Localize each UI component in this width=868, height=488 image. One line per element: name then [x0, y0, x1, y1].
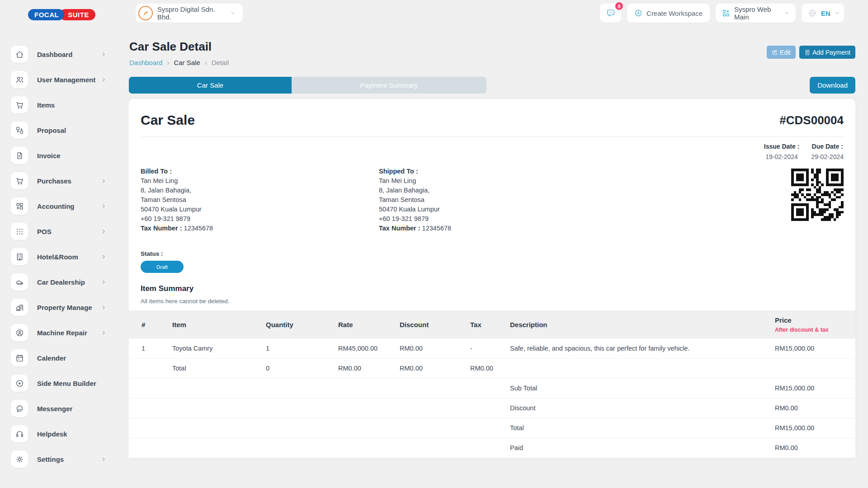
sidebar: FOCAL SUITE Dashboard User Management It… — [0, 0, 129, 488]
workspace-name: Syspro Digital Sdn. Bhd. — [157, 5, 226, 21]
app-grid-icon — [722, 9, 730, 17]
support-icon — [11, 324, 28, 341]
cell-price: RM15,000.00 — [775, 338, 855, 358]
due-date-label: Due Date : — [811, 143, 844, 150]
sidebar-item-settings[interactable]: Settings — [0, 446, 129, 472]
cell-tax: - — [470, 338, 510, 358]
total-tax: RM0.00 — [470, 358, 510, 378]
cart-icon — [11, 172, 28, 189]
sidebar-menu: Dashboard User Management Items Proposal… — [0, 42, 129, 472]
sidebar-item-pos[interactable]: POS — [0, 219, 129, 244]
summary-row: Sub Total RM15,000.00 — [129, 378, 855, 398]
pos-grid-icon — [11, 223, 28, 240]
summary-value: RM0.00 — [775, 438, 855, 458]
logo-focal: FOCAL — [28, 9, 64, 20]
breadcrumb-current: Detail — [212, 59, 229, 66]
breadcrumb-car-sale[interactable]: Car Sale — [174, 59, 200, 66]
col-quantity: Quantity — [266, 310, 338, 338]
shipped-to-label: Shipped To : — [379, 167, 617, 176]
sidebar-item-helpdesk[interactable]: Helpdesk — [0, 421, 129, 446]
breadcrumb: Dashboard › Car Sale › Detail — [129, 59, 229, 66]
create-workspace-button[interactable]: Create Workspace — [627, 4, 710, 23]
col-tax: Tax — [470, 310, 510, 338]
sidebar-item-property-manage[interactable]: Property Manage — [0, 295, 129, 320]
syspro-swoosh-icon — [138, 6, 153, 20]
summary-value: RM15,000.00 — [775, 418, 855, 438]
sidebar-item-car-dealership[interactable]: Car Dealership — [0, 269, 129, 295]
sidebar-item-label: Side Menu Builder — [37, 380, 129, 387]
chevron-right-icon — [101, 330, 106, 335]
sidebar-item-label: POS — [37, 228, 101, 235]
cell-rate: RM45,000.00 — [338, 338, 400, 358]
status-label: Status : — [141, 250, 844, 257]
col-price: Price After discount & tax — [775, 310, 855, 338]
col-item: Item — [172, 310, 266, 338]
sidebar-item-hotel-room[interactable]: Hotel&Room — [0, 244, 129, 269]
sidebar-item-messenger[interactable]: Messenger — [0, 396, 129, 421]
edit-button[interactable]: Edit — [767, 46, 796, 59]
tab-car-sale[interactable]: Car Sale — [129, 77, 292, 94]
detail-tabs: Car Sale Payment Summary — [129, 77, 486, 94]
chevron-right-icon — [101, 178, 106, 183]
sidebar-item-user-management[interactable]: User Management — [0, 67, 129, 92]
sidebar-item-calender[interactable]: Calender — [0, 345, 129, 371]
table-header-row: # Item Quantity Rate Discount Tax Descri… — [129, 310, 855, 338]
sidebar-item-label: Machine Repair — [37, 329, 101, 337]
workspace-selector[interactable]: Syspro Digital Sdn. Bhd. — [136, 4, 243, 23]
sidebar-item-machine-repair[interactable]: Machine Repair — [0, 320, 129, 345]
workspace-switcher-label: Syspro Web Main — [734, 5, 780, 21]
col-description: Description — [510, 310, 775, 338]
cart-icon — [11, 96, 28, 113]
page-title: Car Sale Detail — [129, 40, 229, 54]
chevron-right-icon — [101, 254, 106, 259]
sidebar-item-accounting[interactable]: Accounting — [0, 193, 129, 219]
sidebar-item-label: Helpdesk — [37, 430, 129, 438]
status-badge: Draft — [141, 261, 184, 273]
sidebar-item-label: Property Manage — [37, 304, 101, 311]
item-summary-title: Item Summary — [141, 284, 844, 293]
sidebar-item-label: Accounting — [37, 202, 101, 210]
breadcrumb-dashboard[interactable]: Dashboard — [129, 59, 162, 66]
edit-pencil-icon — [772, 49, 778, 56]
summary-label: Due — [510, 458, 775, 458]
sidebar-item-proposal[interactable]: Proposal — [0, 117, 129, 143]
summary-label: Discount — [510, 398, 775, 418]
table-total-row: Total 0 RM0.00 RM0.00 RM0.00 — [129, 358, 855, 378]
chevron-right-icon — [101, 280, 106, 285]
shipped-to-name: Tan Mei Ling — [379, 176, 617, 186]
sidebar-item-label: Settings — [37, 455, 101, 463]
total-discount: RM0.00 — [400, 358, 470, 378]
sidebar-item-dashboard[interactable]: Dashboard — [0, 42, 129, 67]
add-payment-button[interactable]: Add Payment — [799, 46, 855, 59]
due-date-value: 29-02-2024 — [811, 153, 844, 160]
invoice-dates: Issue Date : 19-02-2024 Due Date : 29-02… — [141, 143, 844, 160]
sidebar-item-items[interactable]: Items — [0, 92, 129, 117]
focal-suite-logo[interactable]: FOCAL SUITE — [28, 9, 95, 20]
sidebar-item-label: Proposal — [37, 127, 129, 134]
plus-circle-icon — [11, 375, 28, 392]
invoice-number: #CDS00004 — [779, 113, 844, 127]
sidebar-item-label: Hotel&Room — [37, 253, 101, 261]
sidebar-item-label: Calender — [37, 354, 129, 362]
shipped-to-block: Shipped To : Tan Mei Ling 8, Jalan Bahag… — [379, 167, 617, 233]
item-summary-note: All items here cannot be deleted. — [141, 298, 844, 305]
sidebar-item-side-menu-builder[interactable]: Side Menu Builder — [0, 371, 129, 396]
download-button[interactable]: Download — [810, 77, 855, 94]
summary-value: RM15,000.00 — [775, 378, 855, 398]
sidebar-item-purchases[interactable]: Purchases — [0, 168, 129, 193]
billed-to-address: 8, Jalan Bahagia, — [141, 186, 379, 195]
chevron-right-icon — [101, 204, 106, 209]
summary-label: Paid — [510, 438, 775, 458]
workspace-switcher[interactable]: Syspro Web Main — [716, 4, 796, 23]
property-icon — [11, 299, 28, 316]
edit-button-label: Edit — [780, 49, 791, 56]
logo-suite: SUITE — [60, 9, 95, 20]
tab-payment-summary[interactable]: Payment Summary — [292, 77, 486, 94]
invoice-title: Car Sale — [141, 113, 195, 128]
language-selector[interactable]: EN — [802, 4, 844, 23]
sidebar-item-invoice[interactable]: Invoice — [0, 143, 129, 168]
sidebar-item-label: Purchases — [37, 177, 101, 185]
total-rate: RM0.00 — [338, 358, 400, 378]
chat-button[interactable]: 0 — [600, 4, 621, 23]
shipped-to-address: 50470 Kuala Lumpur — [379, 205, 617, 214]
